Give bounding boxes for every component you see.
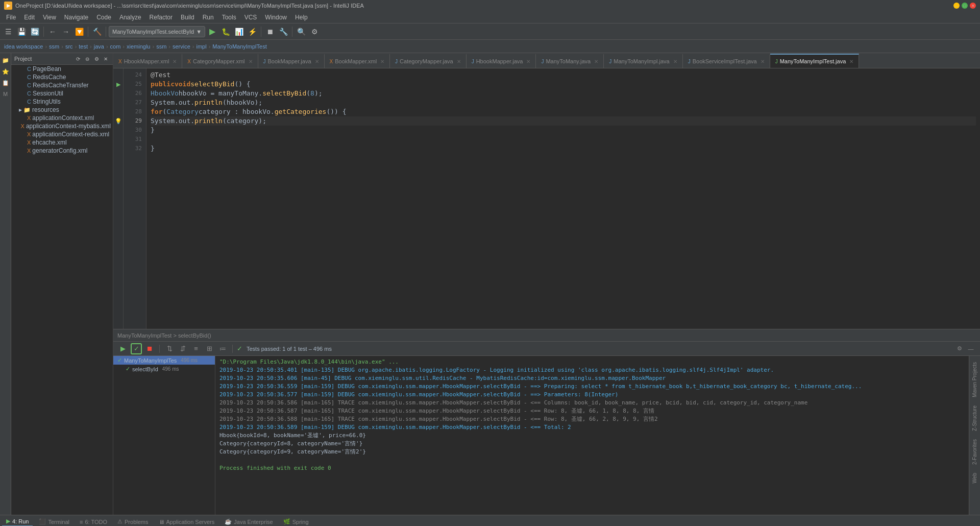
sort2-btn[interactable]: ⇵ [177,343,188,354]
toolbar-save-btn[interactable]: 💾 [15,26,28,38]
project-close-btn[interactable]: ✕ [102,55,110,63]
tab-close-icon[interactable]: ✕ [761,59,765,64]
tab-close-icon[interactable]: ✕ [249,59,253,64]
tree-item-appcontext-redis[interactable]: X applicationContext-redis.xml [11,130,113,138]
stop-btn[interactable]: ⏹ [264,26,276,38]
filter-btn[interactable]: ≔ [217,343,228,354]
bottom-tab-problems[interactable]: ⚠ Problems [113,517,152,526]
settings-btn[interactable]: ⚙ [308,26,321,38]
breadcrumb-ssm[interactable]: ssm [49,43,59,50]
toolbar-recent-btn[interactable]: 🔽 [73,26,85,38]
breadcrumb-impl[interactable]: impl [197,43,207,50]
run-minimize-btn[interactable]: — [966,344,976,354]
menu-vcs[interactable]: VCS [240,13,261,22]
tab-bookmapper-xml[interactable]: X BookMapper.xml ✕ [325,54,390,68]
search-everywhere-btn[interactable]: 🔍 [295,26,307,38]
breadcrumb-service[interactable]: service [173,43,190,50]
expand-btn[interactable]: ⊞ [204,343,215,354]
tab-manytomanyimpltest-active[interactable]: J ManyToManyImplTest.java ✕ [770,54,860,68]
bottom-tab-spring[interactable]: 🌿 Spring [279,517,313,526]
tree-item-rediscachetransfer[interactable]: C RedisCacheTransfer [11,81,113,89]
tab-bookmapper-java[interactable]: J BookMapper.java ✕ [258,54,325,68]
breadcrumb-src[interactable]: src [65,43,73,50]
breadcrumb-idea-workspace[interactable]: idea workspace [4,43,43,50]
menu-file[interactable]: File [2,13,20,22]
bottom-tab-run[interactable]: ▶ 4: Run [2,517,33,526]
tree-item-appcontext[interactable]: X applicationContext.xml [11,114,113,122]
menu-refactor[interactable]: Refactor [145,13,177,22]
tab-hbookmapper-java[interactable]: J HbookMapper.java ✕ [467,54,536,68]
tab-close-icon[interactable]: ✕ [849,59,853,64]
tab-bookserviceimpltest[interactable]: J BookServiceImplTest.java ✕ [683,54,770,68]
menu-help[interactable]: Help [291,13,312,22]
project-sync-btn[interactable]: ⟳ [74,55,82,63]
code-content[interactable]: @Test public void selectByBid() { HbookV… [146,68,980,329]
menu-run[interactable]: Run [199,13,218,22]
project-settings-btn[interactable]: ⚙ [92,55,101,63]
run-gutter-icon[interactable]: ▶ [116,81,120,88]
run-button[interactable]: ▶ [206,26,218,38]
tab-hbookmapper-xml[interactable]: X HbookMapper.xml ✕ [113,54,182,68]
profiler-btn[interactable]: ⚡ [246,26,258,38]
toolbar-back-btn[interactable]: ← [46,26,59,38]
tab-close-icon[interactable]: ✕ [673,59,677,64]
tree-item-stringutils[interactable]: C StringUtils [11,98,113,106]
run-again-btn[interactable]: ▶ [117,343,129,354]
debug-button[interactable]: 🐛 [219,26,232,38]
breadcrumb-test-class[interactable]: ManyToManyImplTest [212,43,266,50]
tab-close-icon[interactable]: ✕ [315,59,319,64]
bottom-tab-todo[interactable]: ≡ 6: TODO [76,518,111,526]
menu-navigate[interactable]: Navigate [60,13,92,22]
bottom-tab-terminal[interactable]: ⬛ Terminal [35,517,74,526]
menu-view[interactable]: View [39,13,60,22]
breadcrumb-test[interactable]: test [79,43,88,50]
tab-close-icon[interactable]: ✕ [526,59,530,64]
menu-window[interactable]: Window [261,13,291,22]
toolbar-forward-btn[interactable]: → [60,26,72,38]
menu-build[interactable]: Build [177,13,199,22]
toolbar-build-btn[interactable]: 🔨 [91,26,103,38]
run-with-coverage-btn[interactable]: 📊 [233,26,245,38]
project-collapse-btn[interactable]: ⊖ [83,55,91,63]
structure-tab[interactable]: Z-Structure [971,403,978,433]
rerun-btn[interactable]: ✓ [131,343,142,354]
tree-item-rediscache[interactable]: C RedisCache [11,73,113,81]
breadcrumb-ssm2[interactable]: ssm [156,43,166,50]
rebuild-btn[interactable]: 🔧 [277,26,289,38]
stop-run-btn[interactable]: ⏹ [144,343,155,354]
tree-item-appcontext-mybatis[interactable]: X applicationContext-mybatis.xml [11,122,113,130]
sidebar-maven-icon[interactable]: M [1,89,11,99]
tab-manytomany-java[interactable]: J ManyToMany.java ✕ [536,54,604,68]
sidebar-fav-icon[interactable]: ⭐ [1,66,11,77]
tab-categorymapper-xml[interactable]: X CategoryMapper.xml ✕ [182,54,258,68]
tab-close-icon[interactable]: ✕ [594,59,598,64]
tab-manytomanyimpl-java[interactable]: J ManyToManyImpl.java ✕ [604,54,682,68]
tab-close-icon[interactable]: ✕ [380,59,384,64]
maven-projects-tab[interactable]: Maven Projects [971,360,978,399]
tree-item-resources[interactable]: ▸ 📁 resources [11,106,113,114]
sort-btn[interactable]: ⇅ [164,343,175,354]
bottom-tab-appservers[interactable]: 🖥 Application Servers [155,518,219,526]
close-button[interactable]: ✕ [970,3,976,9]
breadcrumb-xieminglu[interactable]: xieminglu [127,43,150,50]
sidebar-structure-icon[interactable]: 📋 [1,78,11,88]
tree-btn[interactable]: ≡ [190,343,202,354]
toolbar-menu-btn[interactable]: ☰ [2,26,14,38]
toolbar-sync-btn[interactable]: 🔄 [29,26,41,38]
tree-item-pagebean[interactable]: C PageBean [11,65,113,73]
menu-analyze[interactable]: Analyze [115,13,145,22]
bottom-tab-javaee[interactable]: ☕ Java Enterprise [220,517,277,526]
tree-item-generatorconfig[interactable]: X generatorConfig.xml [11,147,113,155]
minimize-button[interactable]: — [953,3,960,9]
tab-categorymapper-java[interactable]: J CategoryMapper.java ✕ [390,54,467,68]
tree-item-sessionutil[interactable]: C SessionUtil [11,89,113,98]
maximize-button[interactable]: □ [962,3,968,9]
tree-item-ehcache[interactable]: X ehcache.xml [11,138,113,147]
web-tab[interactable]: Web [971,471,978,485]
menu-tools[interactable]: Tools [218,13,240,22]
tab-close-icon[interactable]: ✕ [173,59,177,64]
tab-close-icon[interactable]: ✕ [457,59,461,64]
breadcrumb-com[interactable]: com [110,43,121,50]
menu-code[interactable]: Code [92,13,115,22]
code-editor[interactable]: ▶ 💡 24 25 26 27 28 29 30 [113,68,980,329]
